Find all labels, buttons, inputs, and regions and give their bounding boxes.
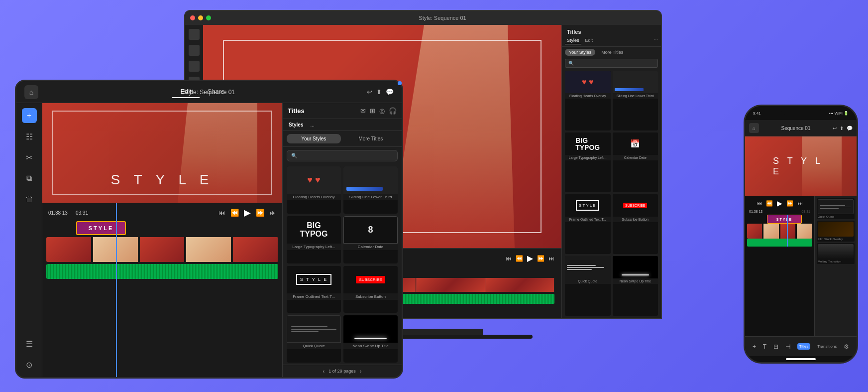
laptop-subtab-your-styles[interactable]: Your Styles — [565, 49, 595, 56]
iphone-tool-titles[interactable]: Titles — [797, 343, 811, 350]
ipad-sidebar-icon-1[interactable]: ☷ — [22, 129, 37, 144]
ipad-psubtab-more[interactable]: More Titles — [344, 134, 398, 143]
laptop-panel-item-bigtype[interactable]: BIGTYPOG Large Typography Left... — [565, 132, 611, 192]
ipad-step-back[interactable]: ⏪ — [230, 209, 239, 217]
ipad-sidebar-icon-5[interactable]: ☰ — [22, 336, 37, 351]
laptop-sidebar-icon-3[interactable] — [189, 61, 200, 72]
ipad-share-btn[interactable]: ⬆ — [376, 88, 382, 96]
laptop-thumb-hearts: ♥ ♥ — [565, 71, 611, 93]
skip-back-btn[interactable]: ⏮ — [506, 255, 512, 262]
laptop-panel-item-frame[interactable]: STYLE Frame Outlined Text T... — [565, 194, 611, 254]
iphone-tool-text[interactable]: T — [763, 343, 766, 350]
laptop-thumb-neonswipe — [613, 256, 658, 278]
calendar-icon: 📅 — [630, 139, 640, 148]
subscribe-icon: SUBSCRIBE — [623, 203, 647, 208]
laptop-window-title: Style: Sequence 01 — [229, 15, 656, 21]
iphone-play-btn[interactable]: ▶ — [777, 199, 782, 207]
ipad-ptab-styles[interactable]: Styles — [287, 121, 305, 129]
ipad-item-bigtype[interactable]: BIGTYPOG Large Typography Left... — [287, 216, 341, 263]
ipad-sidebar-icon-6[interactable]: ⊙ — [22, 357, 37, 372]
laptop-panel-tab-edit[interactable]: Edit — [583, 37, 595, 44]
iphone-skip-back[interactable]: ⏮ — [757, 200, 762, 206]
step-forward-btn[interactable]: ⏩ — [537, 255, 544, 262]
iphone-style-clip[interactable]: STYLE — [767, 215, 802, 224]
ipad-panel-header: Titles ✉ ⊞ ◎ 🎧 — [283, 103, 402, 119]
iphone-tool-trim[interactable]: ⊣ — [785, 343, 790, 350]
ipad-skip-back[interactable]: ⏮ — [218, 209, 225, 217]
ipad-sidebar-icon-3[interactable]: ⧉ — [22, 171, 37, 186]
iphone-share-btn[interactable]: ⬆ — [840, 126, 844, 131]
laptop-panel-item-quickquote[interactable]: Quick Quote — [565, 256, 611, 316]
ipad-panel-envelope-btn[interactable]: ✉ — [360, 107, 366, 115]
ipad-psubtab-yours[interactable]: Your Styles — [287, 134, 341, 143]
ipad-home-icon[interactable]: ⌂ — [24, 85, 38, 99]
ipad-thumb-subscribe: SUBSCRIBE — [343, 266, 398, 293]
iphone-tool-settings[interactable]: ⚙ — [844, 343, 849, 350]
iphone-skip-fwd[interactable]: ⏭ — [797, 200, 803, 206]
ipad-sidebar-icon-2[interactable]: ✂ — [22, 150, 37, 165]
ipad-item-subscribe[interactable]: SUBSCRIBE Subscribe Button — [343, 266, 398, 313]
ipad-item-calendar[interactable]: 8 Calendar Date — [343, 216, 398, 263]
laptop-panel-item-hearts[interactable]: ♥ ♥ Floating Hearts Overlay — [565, 71, 611, 131]
ipad-panel-tabs: Styles ... — [283, 119, 402, 131]
iphone-right-melting[interactable]: Melting Transition — [817, 243, 855, 264]
laptop-panel-item-sliding[interactable]: Sliding Line Lower Third — [613, 71, 658, 131]
iphone-tool-transitions[interactable]: Transitions — [817, 344, 837, 349]
ipad-item-hearts[interactable]: ♥ ♥ Floating Hearts Overlay — [287, 166, 341, 214]
iphone-step-back[interactable]: ⏪ — [766, 200, 773, 207]
ipad-item-sliding[interactable]: Sliding Line Lower Third — [343, 166, 398, 214]
ipad-panel-headphone-btn[interactable]: 🎧 — [389, 107, 397, 115]
step-back-btn[interactable]: ⏪ — [516, 255, 523, 262]
iphone-home-btn[interactable]: ⌂ — [749, 123, 759, 133]
iphone-right-filmstock[interactable]: Film Stock Overlay — [817, 221, 855, 242]
ipad-style-clip[interactable]: STYLE — [76, 221, 126, 235]
ipad-panel-subtabs: Your Styles More Titles — [283, 131, 402, 147]
laptop-sidebar-icon-1[interactable] — [189, 29, 200, 40]
iphone-device: 9:41 ▪▪▪ WiFi 🔋 ⌂ Sequence 01 ↩ ⬆ 💬 S T … — [744, 105, 858, 364]
ipad-audio-track — [46, 264, 278, 279]
iphone-current-time: 01:38 13 — [749, 210, 762, 213]
ipad-audio-wave — [46, 264, 278, 279]
ipad-item-quickquote[interactable]: Quick Quote — [287, 315, 341, 363]
next-page-btn[interactable]: › — [360, 368, 362, 374]
laptop-panel-search[interactable]: 🔍 — [565, 59, 658, 68]
ipad-search[interactable]: 🔍 — [287, 150, 398, 161]
laptop-panel-item-neonswipe[interactable]: Neon Swipe Up Title — [613, 256, 658, 316]
page-info: 1 of 29 pages — [328, 369, 356, 374]
maximize-dot[interactable] — [206, 15, 211, 20]
iphone-main-tracks: ⏮ ⏪ ▶ ⏩ ⏭ 01:38 13 03:31 STYLE — [745, 196, 814, 336]
laptop-panel-tab-styles[interactable]: Styles — [565, 37, 581, 44]
close-dot[interactable] — [190, 15, 195, 20]
play-btn[interactable]: ▶ — [527, 254, 533, 263]
ipad-step-fwd[interactable]: ⏩ — [256, 209, 264, 217]
ipad-skip-fwd[interactable]: ⏭ — [269, 209, 276, 217]
iphone-step-fwd[interactable]: ⏩ — [786, 200, 793, 207]
prev-page-btn[interactable]: ‹ — [323, 368, 325, 374]
skip-forward-btn[interactable]: ⏭ — [548, 255, 554, 262]
iphone-msg-btn[interactable]: 💬 — [847, 126, 853, 131]
ipad-overflow-btn[interactable]: 💬 — [386, 88, 394, 96]
ipad-ptab-edit[interactable]: ... — [308, 121, 316, 129]
iphone-tool-grid[interactable]: ⊟ — [773, 343, 778, 350]
hearts-icon-ipad: ♥ ♥ — [307, 175, 320, 185]
ipad-sidebar-add[interactable]: + — [22, 108, 37, 123]
laptop-panel-item-calendar[interactable]: 📅 Calendar Date — [613, 132, 658, 192]
ipad-sidebar-icon-4[interactable]: 🗑 — [22, 192, 37, 207]
laptop-panel-menu[interactable]: ··· — [654, 37, 658, 44]
ipad-undo-btn[interactable]: ↩ — [367, 88, 372, 96]
ipad-item-frame[interactable]: S T Y L E Frame Outlined Text T... — [287, 266, 341, 313]
ipad-panel-user-btn[interactable]: ◎ — [379, 107, 385, 115]
iphone-tool-add[interactable]: + — [753, 343, 756, 350]
laptop-panel-item-subscribe[interactable]: SUBSCRIBE Subscribe Button — [613, 194, 658, 254]
ipad-play[interactable]: ▶ — [244, 207, 251, 218]
iphone-right-quickquote[interactable]: Quick Quote — [817, 198, 855, 219]
ipad-panel-grid-btn[interactable]: ⊞ — [370, 107, 375, 115]
ipad-item-neonswipe[interactable]: Neon Swipe Up Title — [343, 315, 398, 363]
iphone-vthumb-4 — [797, 224, 812, 239]
laptop-subtab-more-titles[interactable]: More Titles — [597, 49, 627, 56]
laptop-sidebar-icon-2[interactable] — [189, 45, 200, 56]
iphone-undo-btn[interactable]: ↩ — [833, 126, 837, 131]
minimize-dot[interactable] — [198, 15, 203, 20]
ipad-duration: 03:31 — [76, 210, 88, 216]
ipad-thumb-quickquote — [287, 315, 341, 343]
